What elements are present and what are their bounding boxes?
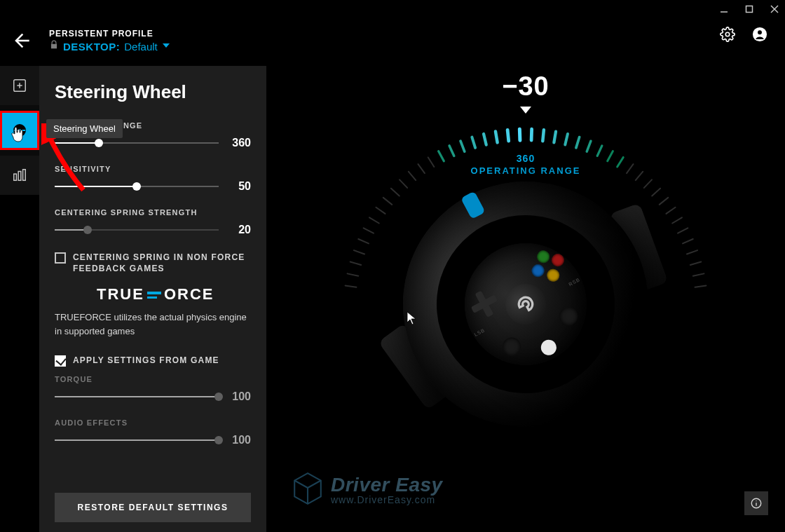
svg-line-53 xyxy=(587,141,591,151)
svg-line-50 xyxy=(554,132,556,143)
centering-spring-label: CENTERING SPRING STRENGTH xyxy=(55,208,251,217)
lock-icon xyxy=(49,40,59,53)
svg-line-31 xyxy=(364,228,374,233)
torque-label: TORQUE xyxy=(55,375,251,383)
profile-selector[interactable]: DESKTOP: Default xyxy=(49,40,170,53)
checkbox-unchecked-icon xyxy=(55,252,66,264)
watermark-brand-light: Driver xyxy=(331,474,390,496)
watermark-brand-bold: Easy xyxy=(395,474,442,496)
restore-defaults-button[interactable]: RESTORE DEFAULT SETTINGS xyxy=(55,493,251,522)
svg-line-32 xyxy=(369,217,379,223)
svg-line-36 xyxy=(400,179,407,188)
cube-icon xyxy=(293,472,322,508)
svg-rect-1 xyxy=(746,6,753,13)
sensitivity-label: SENSITIVITY xyxy=(55,165,251,173)
trueforce-description: TRUEFORCE utilizes the actual physics en… xyxy=(55,311,251,338)
apply-from-game-label: APPLY SETTINGS FROM GAME xyxy=(73,355,219,366)
svg-point-82 xyxy=(756,500,756,501)
svg-line-64 xyxy=(678,228,688,233)
settings-button[interactable] xyxy=(720,27,735,45)
svg-line-37 xyxy=(409,172,416,180)
trueforce-bars-icon xyxy=(147,292,161,299)
sensitivity-value: 50 xyxy=(226,180,251,193)
profile-heading: PERSISTENT PROFILE xyxy=(49,29,170,39)
centering-spring-nonffb-label: CENTERING SPRING IN NON FORCE FEEDBACK G… xyxy=(73,252,251,274)
svg-rect-15 xyxy=(23,170,26,181)
svg-line-66 xyxy=(687,250,697,254)
svg-line-49 xyxy=(542,130,544,141)
profile-name: Default xyxy=(124,41,158,53)
profile-scope: DESKTOP: xyxy=(63,41,120,53)
svg-rect-13 xyxy=(14,174,17,180)
steering-wheel-tooltip: Steering Wheel xyxy=(46,119,123,138)
info-button[interactable] xyxy=(744,491,768,515)
svg-line-27 xyxy=(348,273,359,275)
apply-from-game-checkbox[interactable]: APPLY SETTINGS FROM GAME xyxy=(55,355,251,367)
svg-line-40 xyxy=(439,151,444,161)
steering-angle-readout: −30 xyxy=(502,71,549,102)
operating-range-slider[interactable] xyxy=(55,142,219,144)
chevron-down-icon xyxy=(162,40,170,53)
centering-spring-nonffb-checkbox[interactable]: CENTERING SPRING IN NON FORCE FEEDBACK G… xyxy=(55,252,251,274)
window-close-button[interactable] xyxy=(768,3,781,15)
mouse-cursor-icon xyxy=(407,311,416,328)
svg-line-47 xyxy=(519,129,520,140)
svg-line-63 xyxy=(672,217,682,223)
cursor-hand-icon xyxy=(11,125,25,142)
audio-effects-label: AUDIO EFFECTS xyxy=(55,418,251,427)
svg-line-67 xyxy=(690,262,701,265)
sensitivity-slider[interactable] xyxy=(55,186,219,187)
centering-spring-slider[interactable] xyxy=(55,229,219,231)
svg-line-48 xyxy=(531,129,532,140)
svg-line-69 xyxy=(695,285,706,287)
rail-add-button[interactable] xyxy=(0,66,39,105)
svg-line-38 xyxy=(418,164,424,173)
svg-line-61 xyxy=(660,198,669,205)
svg-line-68 xyxy=(693,273,704,275)
trueforce-logo: TRUE ORCE xyxy=(97,285,251,303)
drivereasy-watermark: Driver Easy www.DriverEasy.com xyxy=(293,472,443,508)
svg-line-46 xyxy=(507,130,509,141)
trueforce-logo-post: ORCE xyxy=(164,285,214,303)
svg-line-65 xyxy=(683,239,693,243)
operating-range-value: 360 xyxy=(226,137,251,149)
torque-slider xyxy=(55,396,219,397)
svg-line-28 xyxy=(350,262,361,265)
rail-equalizer-button[interactable] xyxy=(0,156,39,195)
panel-title: Steering Wheel xyxy=(55,81,251,103)
svg-line-35 xyxy=(391,189,400,196)
svg-line-57 xyxy=(627,164,633,173)
centering-spring-value: 20 xyxy=(226,224,251,236)
svg-line-54 xyxy=(597,146,602,156)
svg-line-34 xyxy=(383,198,392,205)
account-button[interactable] xyxy=(752,27,767,45)
window-minimize-button[interactable] xyxy=(718,3,730,15)
svg-line-56 xyxy=(617,157,624,167)
audio-effects-slider xyxy=(55,439,219,441)
svg-line-59 xyxy=(644,179,652,188)
rail-steering-wheel-button[interactable] xyxy=(0,111,39,150)
checkbox-checked-icon xyxy=(55,355,66,367)
audio-effects-value: 100 xyxy=(226,434,251,446)
svg-point-7 xyxy=(758,30,762,34)
svg-line-39 xyxy=(428,157,435,167)
svg-point-5 xyxy=(725,32,730,36)
svg-line-58 xyxy=(636,172,643,180)
svg-line-30 xyxy=(358,239,369,243)
svg-line-60 xyxy=(652,189,660,196)
svg-rect-14 xyxy=(18,172,21,181)
window-maximize-button[interactable] xyxy=(743,3,756,15)
trueforce-logo-pre: TRUE xyxy=(97,285,144,303)
svg-line-33 xyxy=(376,207,385,214)
svg-line-55 xyxy=(608,151,613,161)
torque-value: 100 xyxy=(226,390,251,403)
back-button[interactable] xyxy=(7,27,35,55)
svg-line-44 xyxy=(484,134,486,145)
svg-line-62 xyxy=(666,207,675,214)
svg-line-41 xyxy=(449,146,454,156)
svg-line-43 xyxy=(472,137,475,148)
watermark-url: www.DriverEasy.com xyxy=(331,495,443,505)
svg-line-42 xyxy=(460,141,465,151)
svg-line-45 xyxy=(496,132,498,143)
svg-line-26 xyxy=(346,285,357,287)
